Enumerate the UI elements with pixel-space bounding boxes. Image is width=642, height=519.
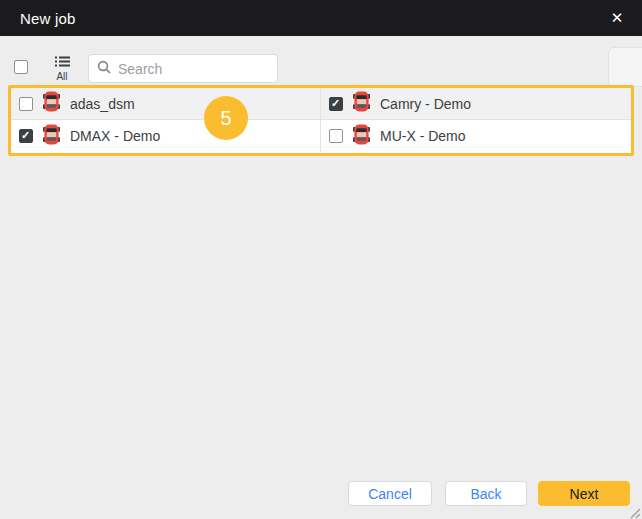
back-button[interactable]: Back bbox=[445, 481, 527, 506]
vehicle-label: DMAX - Demo bbox=[70, 128, 160, 144]
car-icon bbox=[353, 91, 370, 116]
vehicle-checkbox[interactable] bbox=[19, 97, 33, 111]
vehicle-label: adas_dsm bbox=[70, 96, 135, 112]
vehicle-grid-highlight: adas_dsm Camry - Demo bbox=[8, 85, 634, 156]
next-button[interactable]: Next bbox=[538, 481, 630, 506]
vehicle-item-mu-x-demo[interactable]: MU-X - Demo bbox=[321, 120, 631, 152]
resize-grip-icon[interactable] bbox=[628, 505, 641, 518]
vehicle-label: Camry - Demo bbox=[380, 96, 471, 112]
dialog-titlebar: New job ✕ bbox=[0, 0, 642, 36]
new-job-dialog: New job ✕ All bbox=[0, 0, 642, 519]
vehicle-checkbox[interactable] bbox=[329, 97, 343, 111]
vehicle-label: MU-X - Demo bbox=[380, 128, 466, 144]
search-input[interactable] bbox=[118, 61, 269, 77]
vehicle-checkbox[interactable] bbox=[19, 129, 33, 143]
vehicle-item-camry-demo[interactable]: Camry - Demo bbox=[321, 88, 631, 120]
close-icon[interactable]: ✕ bbox=[606, 7, 628, 29]
vehicle-checkbox[interactable] bbox=[329, 129, 343, 143]
step-annotation-badge: 5 bbox=[204, 96, 248, 140]
search-icon bbox=[97, 60, 111, 78]
vehicle-item-adas-dsm[interactable]: adas_dsm bbox=[11, 88, 321, 120]
vehicle-item-dmax-demo[interactable]: DMAX - Demo bbox=[11, 120, 321, 152]
all-filter-button[interactable]: All bbox=[49, 55, 75, 82]
search-box bbox=[88, 54, 278, 83]
list-all-icon bbox=[55, 55, 70, 70]
all-filter-label: All bbox=[56, 72, 67, 82]
select-all-checkbox[interactable] bbox=[14, 60, 28, 74]
dialog-title: New job bbox=[20, 10, 76, 27]
car-icon bbox=[43, 91, 60, 116]
car-icon bbox=[353, 124, 370, 149]
cancel-button[interactable]: Cancel bbox=[348, 481, 432, 506]
clipped-edge-fragment bbox=[608, 47, 642, 87]
car-icon bbox=[43, 124, 60, 149]
